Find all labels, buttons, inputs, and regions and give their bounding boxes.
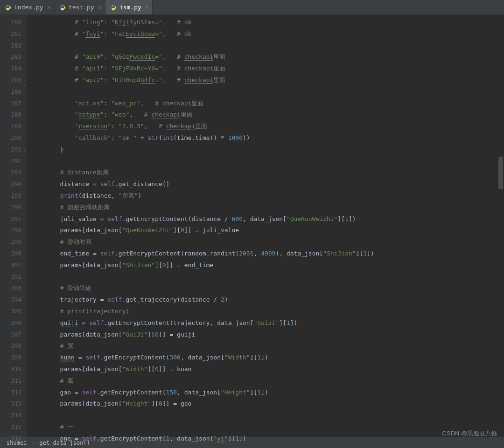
- fold-icon[interactable]: ⌃: [23, 149, 26, 154]
- code-line[interactable]: gao = self.getEncryptContent(150, data_j…: [31, 387, 374, 399]
- code-line[interactable]: # 滑动时间: [31, 236, 374, 248]
- line-number: 282: [0, 40, 21, 52]
- code-line[interactable]: # "api1": "SEjFWxRc+Y0=", # checkapi里面: [31, 63, 374, 75]
- line-number: 311: [0, 375, 21, 387]
- line-number: 302: [0, 271, 21, 283]
- code-line[interactable]: [31, 40, 374, 52]
- code-line[interactable]: params[data_json["QueKouWeiZhi"][0]] = j…: [31, 225, 374, 236]
- tab-ism-py[interactable]: ism.py ×: [105, 0, 153, 14]
- code-line[interactable]: # "api0": "qGQzPwcydIc=", # checkapi里面: [31, 51, 374, 63]
- close-icon[interactable]: ×: [46, 4, 50, 11]
- code-line[interactable]: # print(trajectory): [31, 306, 374, 317]
- svg-point-1: [8, 9, 9, 9]
- code-line[interactable]: # 加密的滑动距离: [31, 202, 374, 214]
- line-number: 316: [0, 433, 21, 445]
- chevron-right-icon: ›: [31, 440, 35, 446]
- close-icon[interactable]: ×: [144, 4, 148, 11]
- line-number: 306: [0, 317, 21, 329]
- code-line[interactable]: kuan = self.getEncryptContent(300, data_…: [31, 352, 374, 364]
- breadcrumb-item[interactable]: get_data_json(): [40, 440, 90, 446]
- code-line[interactable]: print(distance, "距离"): [31, 190, 374, 202]
- code-line[interactable]: guiji = self.getEncryptContent(trajector…: [31, 317, 374, 329]
- code-line[interactable]: trajectory = self.get_trajectory(distanc…: [31, 294, 374, 306]
- line-number: 281: [0, 28, 21, 40]
- line-number: 295: [0, 190, 21, 202]
- svg-point-0: [7, 5, 7, 5]
- line-number: 315: [0, 421, 21, 433]
- vertical-scrollbar[interactable]: [498, 17, 503, 436]
- code-line[interactable]: params[data_json["Height"][0]] = gao: [31, 398, 374, 410]
- tab-label: index.py: [14, 4, 43, 11]
- line-number: 290: [0, 132, 21, 144]
- code-line[interactable]: params[data_json["GuiJi"][0]] = guiji: [31, 329, 374, 341]
- line-number: 309: [0, 352, 21, 364]
- code-line[interactable]: # distance距离: [31, 167, 374, 179]
- code-line[interactable]: [31, 86, 374, 98]
- code-editor[interactable]: ⌃⌃ 2802812822832842852862872882892902912…: [0, 15, 504, 437]
- code-line[interactable]: # "ling": "Kfjt7yGSFms=", # ok: [31, 17, 374, 28]
- line-gutter: ⌃⌃ 2802812822832842852862872882892902912…: [0, 15, 27, 437]
- code-line[interactable]: "act.os": "web_pc", # checkapi里面: [31, 98, 374, 110]
- line-number: 286: [0, 86, 21, 98]
- code-line[interactable]: # 一: [31, 421, 374, 433]
- line-number: 296: [0, 202, 21, 214]
- code-line[interactable]: # 高: [31, 375, 374, 387]
- code-area[interactable]: # "ling": "Kfjt7yGSFms=", # ok # "fuyi":…: [27, 15, 374, 437]
- line-number: 305: [0, 306, 21, 317]
- code-line[interactable]: # 宽: [31, 340, 374, 352]
- code-line[interactable]: "callback": "sm_" + str(int(time.time() …: [31, 132, 374, 144]
- python-file-icon: [5, 4, 11, 11]
- line-number: 288: [0, 109, 21, 121]
- line-number: 284: [0, 63, 21, 75]
- line-number: 304: [0, 294, 21, 306]
- python-file-icon: [59, 4, 66, 11]
- code-line[interactable]: params[data_json["Width"][0]] = kuan: [31, 364, 374, 375]
- close-icon[interactable]: ×: [97, 4, 101, 11]
- line-number: 301: [0, 260, 21, 271]
- tab-label: ism.py: [119, 4, 141, 11]
- tab-test-py[interactable]: test.py ×: [55, 0, 105, 14]
- line-number: 287: [0, 98, 21, 110]
- code-line[interactable]: end_time = self.getEncryptContent(random…: [31, 248, 374, 260]
- line-number: 294: [0, 179, 21, 190]
- svg-point-5: [114, 9, 114, 9]
- code-line[interactable]: # "fuyi": "FaCEyuiQoww=", # ok: [31, 28, 374, 40]
- scrollbar-thumb[interactable]: [498, 157, 503, 189]
- code-line[interactable]: distance = self.get_distance(): [31, 179, 374, 190]
- code-line[interactable]: # 滑动轨迹: [31, 283, 374, 294]
- line-number: 291: [0, 144, 21, 156]
- line-number: 303: [0, 283, 21, 294]
- line-number: 280: [0, 17, 21, 28]
- line-number: 300: [0, 248, 21, 260]
- line-number: 292: [0, 156, 21, 167]
- line-number: 289: [0, 121, 21, 132]
- code-line[interactable]: }: [31, 144, 374, 156]
- code-line[interactable]: # "api2": "HiR0np8Bdfc=", # checkapi里面: [31, 75, 374, 86]
- line-number: 283: [0, 51, 21, 63]
- tab-label: test.py: [69, 4, 94, 11]
- code-line[interactable]: [31, 410, 374, 421]
- line-number: 312: [0, 387, 21, 399]
- line-number: 297: [0, 214, 21, 225]
- line-number: 310: [0, 364, 21, 375]
- line-number: 307: [0, 329, 21, 341]
- line-number: 314: [0, 410, 21, 421]
- line-number: 313: [0, 398, 21, 410]
- tab-bar: index.py × test.py × ism.py ×: [0, 0, 504, 15]
- code-line[interactable]: juli_value = self.getEncryptContent(dist…: [31, 214, 374, 225]
- code-line[interactable]: "ostype": "web", # checkapi里面: [31, 109, 374, 121]
- line-number: 299: [0, 236, 21, 248]
- tab-index-py[interactable]: index.py ×: [0, 0, 55, 14]
- python-file-icon: [110, 4, 117, 11]
- code-line[interactable]: [31, 156, 374, 167]
- line-number: 285: [0, 75, 21, 86]
- line-number: 308: [0, 340, 21, 352]
- svg-point-2: [61, 5, 62, 5]
- svg-point-3: [63, 9, 63, 9]
- line-number: 293: [0, 167, 21, 179]
- code-line[interactable]: "rversion": "1.0.3", # checkapi里面: [31, 121, 374, 132]
- fold-icon[interactable]: ⌃: [23, 84, 26, 89]
- line-number: 298: [0, 225, 21, 236]
- code-line[interactable]: [31, 271, 374, 283]
- code-line[interactable]: params[data_json["ShiJian"][0]] = end_ti…: [31, 260, 374, 271]
